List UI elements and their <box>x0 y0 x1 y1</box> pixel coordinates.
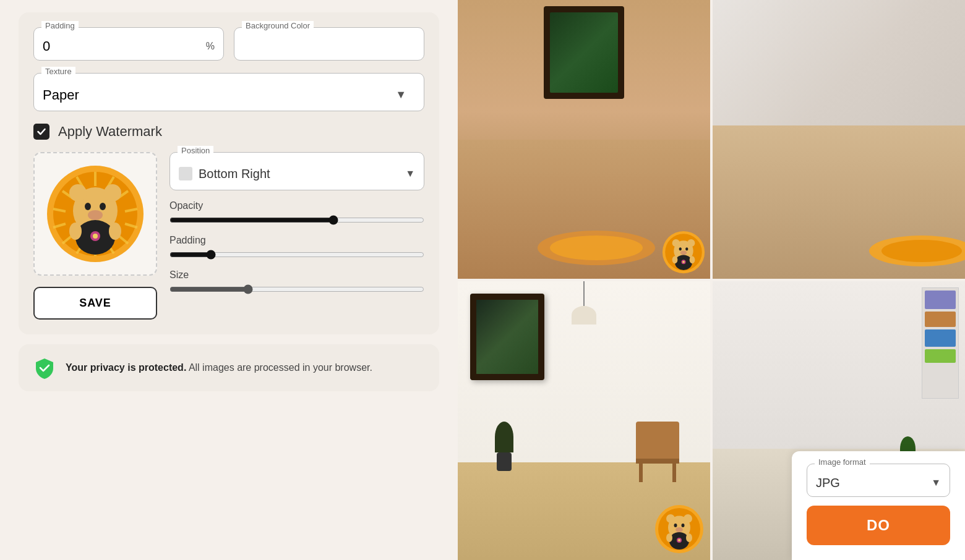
checkmark-icon <box>36 127 46 137</box>
image-format-label: Image format <box>815 457 870 467</box>
padding-fieldset: Padding % <box>33 27 224 61</box>
svg-point-17 <box>69 184 87 202</box>
image-top-right <box>713 0 965 279</box>
position-group: Position Bottom Right Top Left Top Right… <box>169 152 424 190</box>
svg-point-42 <box>672 256 678 263</box>
svg-point-38 <box>680 250 687 255</box>
svg-point-59 <box>686 533 692 542</box>
watermark-preview <box>33 152 157 276</box>
padding-slider[interactable] <box>169 250 424 260</box>
svg-point-22 <box>88 210 103 220</box>
padding-slider-label: Padding <box>169 235 424 246</box>
chair <box>636 422 679 482</box>
watermark-bottom-left <box>654 504 704 554</box>
svg-point-18 <box>104 184 121 202</box>
image-bottom-left <box>458 281 710 560</box>
svg-point-52 <box>682 524 685 527</box>
svg-point-19 <box>85 203 91 210</box>
texture-fieldset: Texture Paper None Canvas Linen Wood ▼ <box>33 73 424 111</box>
svg-point-27 <box>109 223 121 240</box>
bookshelf <box>922 287 959 399</box>
svg-point-45 <box>881 240 962 262</box>
svg-point-49 <box>666 514 675 523</box>
svg-point-26 <box>69 223 82 240</box>
download-label: DO <box>867 517 890 533</box>
svg-point-51 <box>674 524 677 527</box>
pendant-light <box>572 281 596 325</box>
position-fieldset: Position Bottom Right Top Left Top Right… <box>169 152 424 190</box>
circular-rug-top-left <box>534 217 658 266</box>
privacy-card: Your privacy is protected. All images ar… <box>19 344 439 391</box>
svg-point-58 <box>666 533 672 542</box>
wall-art-bottom-left <box>470 294 544 380</box>
shield-icon <box>33 357 56 379</box>
svg-point-20 <box>100 203 106 210</box>
svg-point-43 <box>690 256 695 263</box>
watermark-content: SAVE Position Bottom Right Top Left Top … <box>33 152 424 320</box>
settings-card: Padding % Background Color Te <box>19 12 439 334</box>
svg-point-57 <box>678 539 680 541</box>
svg-point-35 <box>679 247 682 250</box>
position-label: Position <box>178 146 213 155</box>
size-label: Size <box>169 269 424 281</box>
opacity-slider[interactable] <box>169 215 424 225</box>
opacity-slider-row: Opacity <box>169 200 424 225</box>
size-slider-row: Size <box>169 269 424 294</box>
plant <box>495 422 513 471</box>
image-top-left <box>458 0 710 279</box>
texture-label: Texture <box>41 67 75 76</box>
padding-label: Padding <box>41 21 79 30</box>
wall-art-top-left <box>544 6 624 99</box>
save-button[interactable]: SAVE <box>33 287 157 320</box>
bg-color-label: Background Color <box>242 21 314 30</box>
svg-point-33 <box>672 239 680 247</box>
download-button[interactable]: DO <box>807 506 950 545</box>
bg-color-input[interactable] <box>243 41 415 52</box>
svg-point-25 <box>93 234 98 239</box>
right-panel: Image format JPG PNG WEBP ▼ DO <box>458 0 965 560</box>
bg-color-field-group: Background Color <box>234 27 424 61</box>
svg-point-29 <box>550 235 643 260</box>
svg-point-54 <box>676 527 683 532</box>
padding-bg-row: Padding % Background Color <box>33 27 424 61</box>
svg-point-36 <box>685 247 688 250</box>
bg-color-fieldset: Background Color <box>234 27 424 61</box>
privacy-rest: All images are processed in your browser… <box>189 362 372 373</box>
watermark-top-left <box>662 231 705 274</box>
svg-point-41 <box>682 261 685 263</box>
svg-point-34 <box>687 239 695 247</box>
watermark-checkbox[interactable] <box>33 124 49 140</box>
position-select[interactable]: Bottom Right Top Left Top Right Bottom L… <box>199 167 415 180</box>
padding-field-group: Padding % <box>33 27 224 61</box>
watermark-logo-preview <box>46 164 145 263</box>
privacy-text: Your privacy is protected. All images ar… <box>66 360 372 375</box>
image-format-select[interactable]: JPG PNG WEBP <box>816 476 941 490</box>
padding-slider-row: Padding <box>169 235 424 260</box>
circular-rug-top-right <box>866 220 965 269</box>
texture-group: Texture Paper None Canvas Linen Wood ▼ <box>33 73 424 111</box>
padding-input[interactable] <box>43 38 204 54</box>
image-format-overlay: Image format JPG PNG WEBP ▼ DO <box>792 451 965 560</box>
left-panel: Padding % Background Color Te <box>0 0 458 560</box>
texture-select[interactable]: Paper None Canvas Linen Wood <box>43 87 415 103</box>
watermark-row: Apply Watermark <box>33 124 424 140</box>
watermark-label: Apply Watermark <box>58 124 162 140</box>
privacy-bold: Your privacy is protected. <box>66 362 186 373</box>
position-color-swatch <box>179 167 192 180</box>
opacity-label: Opacity <box>169 200 424 211</box>
watermark-controls: Position Bottom Right Top Left Top Right… <box>169 152 424 320</box>
size-slider[interactable] <box>169 284 424 294</box>
svg-point-50 <box>684 514 692 523</box>
padding-suffix: % <box>206 41 215 52</box>
image-format-fieldset: Image format JPG PNG WEBP ▼ <box>807 464 950 497</box>
